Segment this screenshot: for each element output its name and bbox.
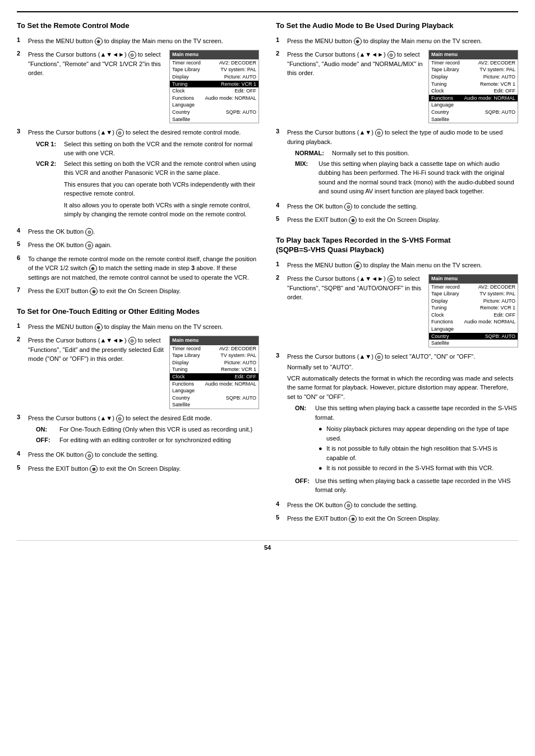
sub-item-on-svhs: ON: Use this setting when playing back a… [295,403,518,474]
menu-icon: ⊕ [354,262,362,270]
menu-row: DisplayPicture: AUTO [429,73,518,81]
menu-row-highlight: ClockEdit: OFF [170,373,259,381]
step-2-edit: 2 Press the Cursor buttons (▲▼◄►) ⊙ to s… [17,336,259,409]
step-content: Press the EXIT button ⊗ to exit the On S… [28,286,259,296]
step-3-edit: 3 Press the Cursor buttons (▲▼) ⊙ to sel… [17,414,259,446]
menu-row: ClockEdit: OFF [170,87,259,95]
menu-row: Language [170,387,259,395]
ok-icon: ⊙ [344,203,352,211]
step-content: Press the OK button ⊙ again. [28,240,259,250]
menu-row: TuningRemote: VCR 1 [429,81,518,88]
menu-row: TuningRemote: VCR 1 [429,304,518,312]
step-content: Press the MENU button ⊕ to display the M… [28,322,259,332]
step-1-edit: 1 Press the MENU button ⊕ to display the… [17,322,259,332]
two-column-layout: To Set the Remote Control Mode 1 Press t… [17,21,518,535]
menu-row: Satellite [429,116,518,123]
step-number: 4 [17,227,25,236]
menu-header: Main menu [429,50,518,59]
step-6-remote: 6 To change the remote control mode on t… [17,254,259,282]
step-3-remote: 3 Press the Cursor buttons (▲▼) ⊙ to sel… [17,128,259,222]
step-5-audio: 5 Press the EXIT button ⊗ to exit the On… [276,215,518,225]
menu-row: Satellite [170,401,259,409]
section-title-editing: To Set for One-Touch Editing or Other Ed… [17,307,259,317]
step-7-remote: 7 Press the EXIT button ⊗ to exit the On… [17,286,259,296]
step-number: 5 [17,240,25,250]
bullet-item: ●Noisy playback pictures may appear depe… [319,424,518,443]
switch-icon: ⊕ [89,265,97,272]
menu-row: FunctionsAudio mode: NORMAL [170,381,259,388]
step-content: Press the OK button ⊙ to conclude the se… [287,202,518,211]
ok-icon: ⊙ [85,242,93,249]
step-number: 3 [17,128,25,222]
step-number: 5 [276,514,284,523]
step-number: 1 [276,36,284,46]
step-1-audio: 1 Press the MENU button ⊕ to display the… [276,36,518,46]
menu-row-highlight: FunctionsAudio mode: NORMAL [429,95,518,102]
sub-item-vcr2: VCR 2: Select this setting on both the V… [36,159,259,221]
exit-icon: ⊗ [90,465,98,473]
step-2-audio: 2 Press the Cursor buttons (▲▼◄►) ⊙ to s… [276,50,518,123]
menu-row: Satellite [429,340,518,347]
step-5-svhs: 5 Press the EXIT button ⊗ to exit the On… [276,514,518,523]
step-content: Press the EXIT button ⊗ to exit the On S… [287,514,518,523]
step-number: 4 [276,500,284,510]
sub-item-mix: MIX: Use this setting when playing back … [295,159,518,196]
menu-row: FunctionsAudio mode: NORMAL [429,318,518,326]
menu-icon: ⊕ [95,323,103,331]
section-audio-mode: To Set the Audio Mode to Be Used During … [276,21,518,225]
ok-icon: ⊙ [388,275,395,283]
menu-row: FunctionsAudio mode: NORMAL [170,95,259,102]
step-content: Press the MENU button ⊕ to display the M… [28,36,259,46]
step-content: Press the Cursor buttons (▲▼◄►) ⊙ to sel… [28,336,259,409]
step-2-svhs: 2 Press the Cursor buttons (▲▼◄►) ⊙ to s… [276,274,518,347]
menu-box-edit: Main menu Timer recordAV2: DECODER Tape … [169,336,259,409]
step-5-remote: 5 Press the OK button ⊙ again. [17,240,259,250]
step-content: Press the Cursor buttons (▲▼) ⊙ to selec… [287,128,518,197]
menu-row: Timer recordAV2: DECODER [429,59,518,67]
step-content: Press the Cursor buttons (▲▼◄►) ⊙ to sel… [287,274,518,347]
ok-icon: ⊙ [128,51,136,59]
page-number: 54 [17,540,518,551]
step-4-audio: 4 Press the OK button ⊙ to conclude the … [276,202,518,211]
section-remote-control-mode: To Set the Remote Control Mode 1 Press t… [17,21,259,296]
ok-icon: ⊙ [85,452,93,460]
step-content: Press the MENU button ⊕ to display the M… [287,36,518,46]
step-content: Press the EXIT button ⊗ to exit the On S… [28,464,259,474]
step-number: 5 [17,464,25,474]
menu-row: DisplayPicture: AUTO [170,73,259,81]
step-content: Press the OK button ⊙ to conclude the se… [28,450,259,460]
step-number: 1 [17,36,25,46]
menu-icon: ⊕ [354,38,362,45]
section-title-audio: To Set the Audio Mode to Be Used During … [276,21,518,31]
exit-icon: ⊗ [90,287,98,295]
sub-item-off-svhs: OFF: Use this setting when playing back … [295,476,518,495]
menu-row: Timer recordAV2: DECODER [429,284,518,291]
step-5-edit: 5 Press the EXIT button ⊗ to exit the On… [17,464,259,474]
menu-row: Language [429,326,518,333]
section-one-touch-editing: To Set for One-Touch Editing or Other Ed… [17,307,259,474]
step-content: Press the Cursor buttons (▲▼) ⊙ to selec… [28,128,259,222]
step-1-svhs: 1 Press the MENU button ⊕ to display the… [276,261,518,270]
step-number: 2 [17,336,25,409]
step-number: 6 [17,254,25,282]
menu-box-audio: Main menu Timer recordAV2: DECODER Tape … [428,50,518,123]
menu-row: Tape LibraryTV system: PAL [170,352,259,359]
sub-item-off: OFF: For editing with an editing control… [36,435,259,445]
menu-header: Main menu [170,336,259,345]
menu-row: DisplayPicture: AUTO [429,298,518,305]
step-number: 4 [17,450,25,460]
menu-row: Timer recordAV2: DECODER [170,59,259,67]
step-number: 2 [17,50,25,123]
step-4-edit: 4 Press the OK button ⊙ to conclude the … [17,450,259,460]
section-svhs-playback: To Play back Tapes Recorded in the S-VHS… [276,236,518,523]
menu-row: ClockEdit: OFF [429,87,518,95]
sub-item-normal: NORMAL: Normally set to this position. [295,149,518,158]
menu-row: Language [429,101,518,109]
menu-box-remote: Main menu Timer recordAV2: DECODER Tape … [169,50,259,123]
menu-row-highlight: TuningRemote: VCR 1 [170,81,259,88]
step-number: 3 [17,414,25,446]
ok-icon: ⊙ [375,353,383,361]
step-4-svhs: 4 Press the OK button ⊙ to conclude the … [276,500,518,510]
menu-row: Tape LibraryTV system: PAL [429,66,518,73]
ok-icon: ⊙ [116,415,124,423]
